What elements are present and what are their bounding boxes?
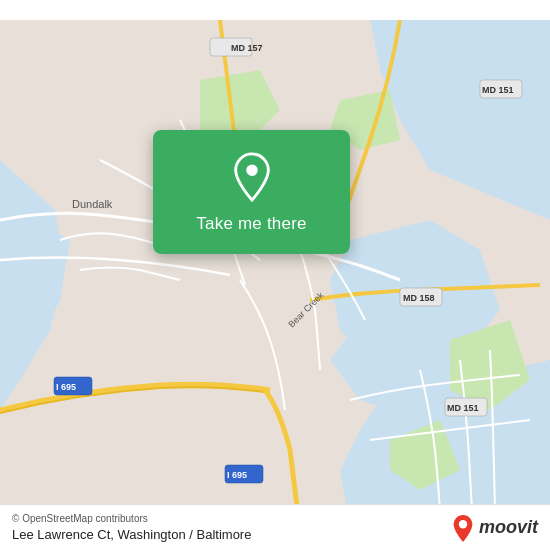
take-me-there-button[interactable]: Take me there bbox=[188, 212, 314, 236]
svg-text:MD 151: MD 151 bbox=[447, 403, 479, 413]
svg-point-29 bbox=[459, 520, 467, 528]
map-container: MD 157 MD 151 MD 158 MD 151 I 695 I 695 … bbox=[0, 0, 550, 550]
osm-attribution: © OpenStreetMap contributors bbox=[12, 513, 251, 524]
moovit-logo: moovit bbox=[451, 514, 538, 542]
popup-green-area: Take me there bbox=[153, 130, 350, 254]
moovit-pin-icon bbox=[451, 514, 475, 542]
svg-text:MD 157: MD 157 bbox=[231, 43, 263, 53]
location-label: Lee Lawrence Ct, Washington / Baltimore bbox=[12, 527, 251, 542]
svg-text:I 695: I 695 bbox=[56, 382, 76, 392]
svg-text:Dundalk: Dundalk bbox=[72, 198, 113, 210]
svg-text:I 695: I 695 bbox=[227, 470, 247, 480]
map-background: MD 157 MD 151 MD 158 MD 151 I 695 I 695 … bbox=[0, 0, 550, 550]
location-pin-icon bbox=[230, 152, 274, 202]
svg-text:MD 158: MD 158 bbox=[403, 293, 435, 303]
bottom-left-info: © OpenStreetMap contributors Lee Lawrenc… bbox=[12, 513, 251, 542]
moovit-text: moovit bbox=[479, 517, 538, 538]
svg-point-28 bbox=[246, 165, 258, 177]
svg-text:MD 151: MD 151 bbox=[482, 85, 514, 95]
bottom-bar: © OpenStreetMap contributors Lee Lawrenc… bbox=[0, 504, 550, 550]
location-popup: Take me there bbox=[153, 130, 350, 254]
